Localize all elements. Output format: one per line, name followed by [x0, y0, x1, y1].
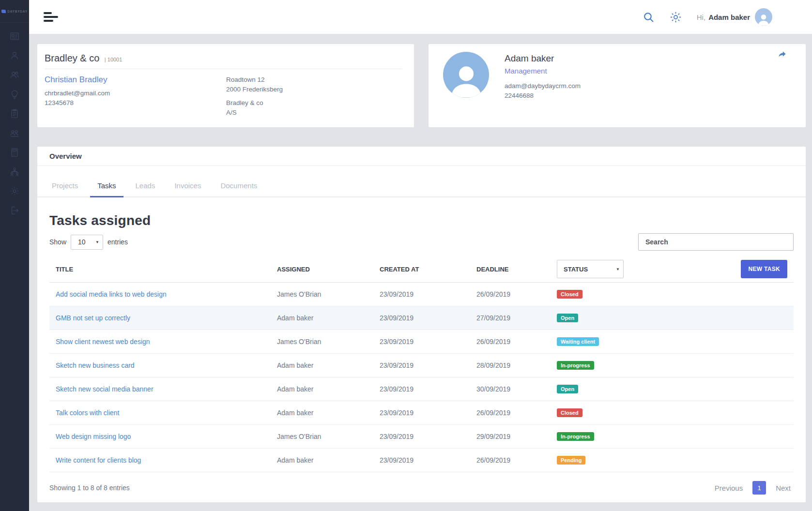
status-badge: Closed: [557, 408, 582, 417]
task-deadline: 28/09/2019: [476, 361, 510, 369]
tab-documents[interactable]: Documents: [213, 177, 264, 197]
user-menu[interactable]: Hi, Adam baker: [697, 8, 772, 26]
task-deadline: 26/09/2019: [476, 338, 510, 346]
sidebar-item-leads[interactable]: [0, 85, 29, 104]
company-number: | 10001: [105, 57, 123, 62]
pagination: Previous 1 Next: [715, 481, 791, 495]
tab-invoices[interactable]: Invoices: [167, 177, 208, 197]
table-row: Web design missing logoJames O'Brian23/0…: [49, 425, 794, 449]
task-created-at: 23/09/2019: [380, 433, 414, 440]
sidebar-item-users[interactable]: [0, 46, 29, 65]
column-created-at[interactable]: CREATED AT: [373, 256, 470, 283]
menu-toggle-button[interactable]: [44, 12, 60, 22]
idea-icon: [9, 89, 20, 100]
app-logo[interactable]: DAYBYDAY: [0, 0, 29, 23]
next-page-button[interactable]: Next: [776, 484, 791, 492]
task-deadline: 26/09/2019: [476, 409, 510, 417]
new-task-button[interactable]: NEW TASK: [741, 260, 787, 278]
sidebar-item-projects[interactable]: [0, 123, 29, 143]
sidebar-item-logout[interactable]: [0, 201, 29, 220]
task-title-link[interactable]: GMB not set up correctly: [56, 314, 130, 322]
user-name: Adam baker: [505, 53, 581, 64]
share-button[interactable]: [778, 51, 786, 60]
task-assigned: James O'Brian: [277, 433, 321, 440]
task-title-link[interactable]: Show client newest web design: [56, 338, 150, 346]
sidebar-item-dashboard[interactable]: [0, 27, 29, 46]
calculator-icon: [9, 147, 20, 158]
task-title-link[interactable]: Talk colors with client: [56, 409, 120, 417]
show-label: Show: [49, 238, 66, 246]
status-badge: Open: [557, 314, 578, 322]
task-title-link[interactable]: Add social media links to web design: [56, 290, 167, 298]
table-row: GMB not set up correctlyAdam baker23/09/…: [49, 306, 794, 330]
column-assigned[interactable]: ASSIGNED: [271, 256, 373, 283]
avatar[interactable]: [755, 8, 772, 26]
status-filter-select[interactable]: STATUS: [557, 260, 624, 278]
column-deadline[interactable]: DEADLINE: [470, 256, 551, 283]
task-assigned: James O'Brian: [277, 290, 321, 298]
previous-page-button[interactable]: Previous: [715, 484, 743, 492]
topbar: Hi, Adam baker: [29, 0, 812, 34]
tab-projects[interactable]: Projects: [45, 177, 85, 197]
company-address-line2: 2000 Frederiksberg: [226, 85, 283, 94]
column-title[interactable]: TITLE: [49, 256, 271, 283]
page-1-button[interactable]: 1: [752, 481, 766, 495]
logo-icon: [1, 10, 6, 13]
table-row: Add social media links to web designJame…: [49, 283, 794, 306]
task-created-at: 23/09/2019: [380, 314, 414, 322]
task-title-link[interactable]: Write content for clients blog: [56, 456, 141, 464]
settings-button[interactable]: [669, 11, 682, 24]
user-icon: [9, 50, 20, 61]
table-header-row: TITLE ASSIGNED CREATED AT DEADLINE STATU…: [49, 256, 794, 283]
entries-select[interactable]: 10: [71, 235, 103, 250]
person-icon: [756, 12, 771, 26]
avatar: [443, 52, 489, 98]
share-arrow-icon: [778, 51, 786, 58]
user-role-link[interactable]: Management: [505, 67, 581, 75]
table-row: Show client newest web designJames O'Bri…: [49, 330, 794, 354]
sidebar-item-clients[interactable]: [0, 65, 29, 85]
search-input[interactable]: [638, 233, 794, 251]
search-button[interactable]: [643, 11, 655, 23]
tasks-table: TITLE ASSIGNED CREATED AT DEADLINE STATU…: [49, 256, 794, 472]
logout-icon: [9, 205, 20, 216]
task-assigned: Adam baker: [277, 314, 313, 322]
status-badge: Closed: [557, 290, 582, 299]
org-chart-icon: [9, 166, 20, 177]
contact-email: chrbradlet@gmail.com: [45, 89, 226, 98]
tasks-table-body: Add social media links to web designJame…: [49, 283, 794, 472]
task-created-at: 23/09/2019: [380, 409, 414, 417]
apps-grid-button[interactable]: [787, 12, 797, 22]
table-row: Sketch new business cardAdam baker23/09/…: [49, 354, 794, 377]
gear-icon: [9, 186, 20, 196]
sidebar-item-invoices[interactable]: [0, 143, 29, 162]
sidebar-item-settings[interactable]: [0, 181, 29, 201]
user-card: Adam baker Management adam@daybydaycrm.c…: [429, 44, 806, 127]
status-badge: Open: [557, 385, 578, 393]
company-address-line1: Roadtown 12: [226, 75, 283, 85]
sidebar-item-departments[interactable]: [0, 162, 29, 181]
task-title-link[interactable]: Sketch new business card: [56, 361, 135, 369]
task-assigned: James O'Brian: [277, 338, 321, 346]
tab-tasks[interactable]: Tasks: [90, 177, 123, 197]
task-created-at: 23/09/2019: [380, 338, 414, 346]
sidebar-item-tasks[interactable]: [0, 104, 29, 123]
task-deadline: 26/09/2019: [476, 456, 510, 464]
table-row: Talk colors with clientAdam baker23/09/2…: [49, 401, 794, 425]
task-title-link[interactable]: Sketch new social media banner: [56, 385, 153, 393]
user-email: adam@daybydaycrm.com: [505, 81, 581, 91]
task-assigned: Adam baker: [277, 456, 313, 464]
task-assigned: Adam baker: [277, 409, 313, 417]
primary-contact-link[interactable]: Christian Bradley: [45, 75, 226, 85]
task-title-link[interactable]: Web design missing logo: [56, 433, 131, 440]
sidebar-nav: [0, 23, 29, 220]
team-icon: [9, 128, 20, 138]
task-deadline: 26/09/2019: [476, 290, 510, 298]
clipboard-icon: [9, 108, 20, 119]
entries-summary: Showing 1 to 8 of 8 entries: [49, 484, 130, 492]
task-created-at: 23/09/2019: [380, 361, 414, 369]
status-badge: In-progress: [557, 432, 594, 441]
company-card: Bradley & co | 10001 Christian Bradley c…: [37, 44, 414, 127]
tab-leads[interactable]: Leads: [128, 177, 163, 197]
contact-phone: 12345678: [45, 98, 226, 108]
